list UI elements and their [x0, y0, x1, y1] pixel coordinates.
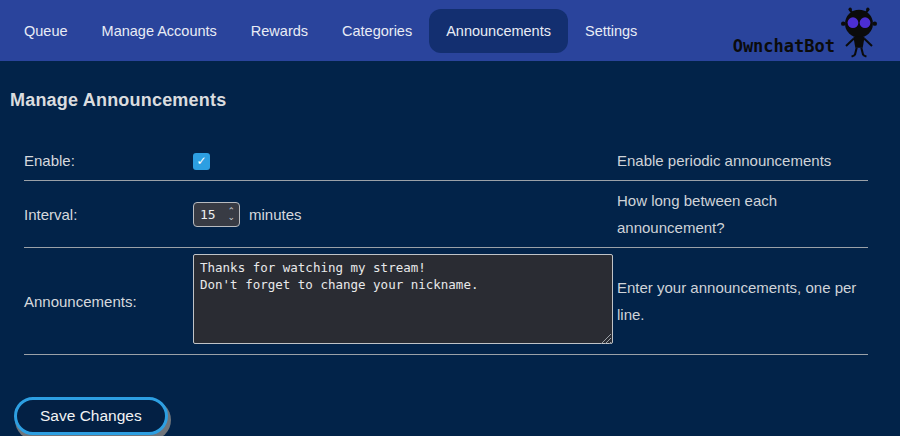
nav-item-categories[interactable]: Categories	[325, 9, 429, 53]
form-row-interval: Interval: ⌃ ⌄ minutes How long between e…	[24, 181, 868, 248]
form-actions: Save Changes	[14, 397, 900, 435]
interval-unit-label: minutes	[249, 206, 302, 223]
announcements-label: Announcements:	[24, 293, 193, 310]
nav: QueueManage AccountsRewardsCategoriesAnn…	[7, 0, 654, 61]
top-navigation: QueueManage AccountsRewardsCategoriesAnn…	[0, 0, 900, 61]
form-row-announcements: Announcements: Thanks for watching my st…	[24, 248, 868, 355]
checkmark-icon: ✓	[196, 155, 206, 167]
announcements-form: Enable: ✓ Enable periodic announcements …	[24, 141, 868, 355]
ownchatbot-robot-icon	[836, 6, 882, 58]
nav-item-queue[interactable]: Queue	[7, 9, 85, 53]
nav-item-manage-accounts[interactable]: Manage Accounts	[85, 9, 234, 53]
interval-help-text: How long between each announcement?	[617, 187, 868, 241]
interval-input[interactable]	[200, 207, 222, 222]
interval-label: Interval:	[24, 206, 193, 223]
logo-text: OwnchatBot	[733, 36, 835, 56]
ownchatbot-logo: OwnchatBot	[733, 0, 882, 61]
spinner-down-icon[interactable]: ⌄	[227, 214, 235, 220]
interval-spinner[interactable]: ⌃ ⌄	[227, 208, 235, 220]
announcements-help-text: Enter your announcements, one per line.	[617, 274, 868, 328]
save-changes-button[interactable]: Save Changes	[14, 397, 168, 435]
form-row-enable: Enable: ✓ Enable periodic announcements	[24, 141, 868, 181]
enable-label: Enable:	[24, 152, 193, 169]
interval-input-wrap: ⌃ ⌄	[193, 202, 240, 227]
enable-help-text: Enable periodic announcements	[617, 147, 868, 174]
announcements-textarea[interactable]: Thanks for watching my stream! Don't for…	[193, 254, 613, 344]
nav-item-announcements[interactable]: Announcements	[429, 9, 568, 53]
page-title: Manage Announcements	[10, 90, 900, 111]
nav-item-settings[interactable]: Settings	[568, 9, 654, 53]
enable-checkbox[interactable]: ✓	[193, 153, 210, 170]
nav-item-rewards[interactable]: Rewards	[234, 9, 325, 53]
